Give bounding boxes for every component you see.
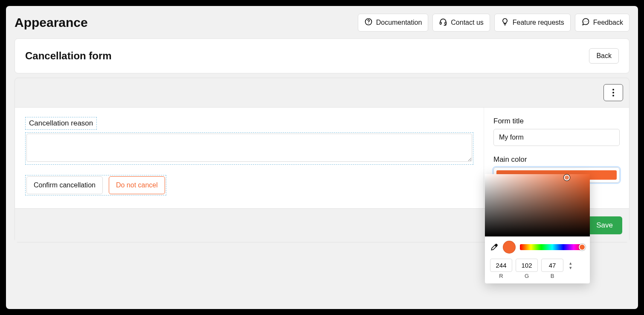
r-label: R xyxy=(490,273,512,279)
saturation-value-panel[interactable] xyxy=(485,174,590,236)
feedback-label: Feedback xyxy=(593,19,623,26)
confirm-cancellation-button[interactable]: Confirm cancellation xyxy=(26,176,103,194)
g-input[interactable] xyxy=(516,259,538,272)
reason-label: Cancellation reason xyxy=(29,119,93,127)
b-input[interactable] xyxy=(541,259,563,272)
color-mode-toggle[interactable]: ▴ ▾ xyxy=(567,261,574,270)
editable-textarea-block[interactable] xyxy=(25,132,473,165)
svg-rect-2 xyxy=(440,22,441,24)
contact-us-button[interactable]: Contact us xyxy=(432,14,490,32)
kebab-icon xyxy=(612,89,614,96)
form-title-input[interactable] xyxy=(493,129,620,146)
current-color-dot[interactable] xyxy=(503,241,516,254)
header-actions: Documentation Contact us Feature request… xyxy=(358,14,629,32)
more-options-button[interactable] xyxy=(603,84,623,101)
subheader-card: Cancellation form Back xyxy=(15,38,629,73)
eyedropper-button[interactable] xyxy=(490,243,499,251)
documentation-button[interactable]: Documentation xyxy=(358,14,429,32)
chevron-down-icon: ▾ xyxy=(569,265,572,270)
page-title: Appearance xyxy=(15,15,88,30)
svg-point-6 xyxy=(587,21,587,22)
feature-requests-button[interactable]: Feature requests xyxy=(494,14,571,32)
form-preview-pane: Cancellation reason Confirm cancellation… xyxy=(15,108,484,208)
feedback-button[interactable]: Feedback xyxy=(575,14,629,32)
hue-thumb[interactable] xyxy=(579,244,586,251)
g-label: G xyxy=(516,273,538,279)
sv-thumb[interactable] xyxy=(564,175,570,181)
b-label: B xyxy=(541,273,563,279)
lightbulb-icon xyxy=(501,18,509,28)
form-title-label: Form title xyxy=(493,117,620,125)
documentation-label: Documentation xyxy=(376,19,422,26)
editable-label-block[interactable]: Cancellation reason xyxy=(25,117,97,130)
chevron-up-icon: ▴ xyxy=(569,261,572,265)
form-title-heading: Cancellation form xyxy=(25,50,112,62)
hue-slider[interactable] xyxy=(520,244,585,250)
svg-point-4 xyxy=(584,21,584,22)
main-color-label: Main color xyxy=(493,155,620,164)
save-button[interactable]: Save xyxy=(587,216,622,234)
feature-requests-label: Feature requests xyxy=(513,19,564,26)
back-button[interactable]: Back xyxy=(589,48,619,64)
reason-textarea[interactable] xyxy=(26,134,472,162)
contact-us-label: Contact us xyxy=(451,19,483,26)
editable-button-group[interactable]: Confirm cancellation Do not cancel xyxy=(25,175,166,195)
r-input[interactable] xyxy=(490,259,512,272)
color-picker-popover: ▴ ▾ R G B xyxy=(485,174,590,283)
settings-pane: Form title Main color xyxy=(484,108,629,208)
svg-point-5 xyxy=(586,21,586,22)
editor-card: Cancellation reason Confirm cancellation… xyxy=(15,78,629,242)
chat-icon xyxy=(581,18,590,28)
svg-rect-3 xyxy=(445,22,446,24)
eyedropper-icon xyxy=(490,245,499,253)
help-circle-icon xyxy=(364,18,373,28)
svg-point-1 xyxy=(368,23,368,24)
headset-icon xyxy=(439,18,447,28)
do-not-cancel-button[interactable]: Do not cancel xyxy=(109,176,165,194)
